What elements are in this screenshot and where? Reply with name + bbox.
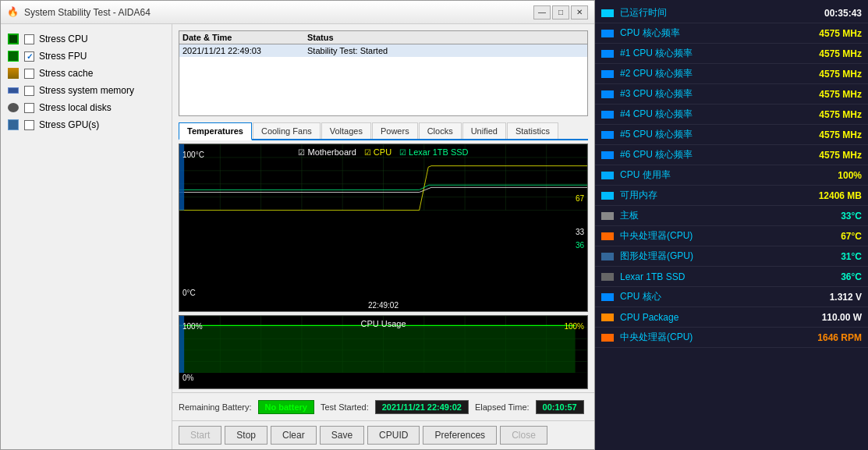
sidebar-name-1: CPU 核心频率 bbox=[620, 27, 792, 40]
sidebar-row-16: 中央处理器(CPU)1646 RPM bbox=[595, 328, 868, 348]
minimize-button[interactable]: — bbox=[533, 5, 551, 19]
sidebar-value-13: 36°C bbox=[792, 271, 862, 282]
sidebar-row-0: 已运行时间00:35:43 bbox=[595, 3, 868, 23]
tab-unified[interactable]: Unified bbox=[462, 122, 506, 139]
memory-icon bbox=[7, 84, 19, 97]
temp-val-67: 67 bbox=[576, 194, 584, 203]
sidebar-name-15: CPU Package bbox=[620, 312, 792, 323]
footer-buttons: Start Stop Clear Save CPUID Preferences … bbox=[172, 420, 594, 449]
close-window-button[interactable]: ✕ bbox=[571, 5, 588, 19]
sidebar-value-15: 110.00 W bbox=[792, 312, 862, 323]
chart-legend: ☑ Motherboard ☑ CPU ☑ Lexar 1TB SSD bbox=[298, 147, 468, 157]
start-button[interactable]: Start bbox=[179, 426, 221, 445]
sidebar-name-5: #4 CPU 核心频率 bbox=[620, 108, 792, 121]
sidebar-icon-14 bbox=[601, 292, 615, 302]
stress-cpu-label: Stress CPU bbox=[39, 34, 88, 44]
legend-ssd: ☑ Lexar 1TB SSD bbox=[399, 147, 468, 157]
sidebar-value-9: 12406 MB bbox=[792, 190, 862, 201]
log-row: 2021/11/21 22:49:03 Stability Test: Star… bbox=[179, 44, 587, 57]
tabs-bar: Temperatures Cooling Fans Voltages Power… bbox=[179, 122, 588, 140]
sidebar-row-11: 中央处理器(CPU)67°C bbox=[595, 226, 868, 246]
sidebar-row-8: CPU 使用率100% bbox=[595, 165, 868, 186]
maximize-button[interactable]: □ bbox=[552, 5, 569, 19]
sidebar-row-12: 图形处理器(GPU)31°C bbox=[595, 246, 868, 267]
temperature-chart: ☑ Motherboard ☑ CPU ☑ Lexar 1TB SSD 100°… bbox=[179, 144, 588, 312]
app-icon: 🔥 bbox=[7, 6, 19, 19]
sidebar-icon-9 bbox=[601, 191, 615, 200]
cpu-usage-chart: CPU Usage 100% 0% 100% bbox=[179, 315, 588, 389]
sidebar-value-2: 4575 MHz bbox=[792, 48, 862, 59]
sidebar-value-8: 100% bbox=[792, 170, 862, 181]
charts-area: ☑ Motherboard ☑ CPU ☑ Lexar 1TB SSD 100°… bbox=[179, 144, 588, 389]
sidebar-row-13: Lexar 1TB SSD36°C bbox=[595, 267, 868, 287]
close-button[interactable]: Close bbox=[500, 426, 547, 445]
temp-chart-y-min: 0°C bbox=[182, 289, 196, 297]
stress-cache-item[interactable]: Stress cache bbox=[7, 65, 165, 82]
stress-cpu-checkbox[interactable] bbox=[24, 34, 34, 44]
cpu-icon bbox=[7, 33, 19, 45]
sidebar-row-1: CPU 核心频率4575 MHz bbox=[595, 23, 868, 44]
left-panel: Stress CPU ✓ Stress FPU Stress cache Str… bbox=[1, 24, 172, 449]
sidebar-value-1: 4575 MHz bbox=[792, 28, 862, 39]
temp-val-33: 33 bbox=[576, 228, 584, 236]
stop-button[interactable]: Stop bbox=[225, 426, 267, 445]
stress-disks-checkbox[interactable] bbox=[24, 103, 34, 113]
sidebar-value-3: 4575 MHz bbox=[792, 69, 862, 80]
title-controls: — □ ✕ bbox=[533, 5, 588, 19]
sidebar-name-14: CPU 核心 bbox=[620, 290, 792, 303]
tab-clocks[interactable]: Clocks bbox=[419, 122, 462, 139]
stress-fpu-item[interactable]: ✓ Stress FPU bbox=[7, 48, 165, 65]
tab-statistics[interactable]: Statistics bbox=[507, 122, 558, 139]
log-header-datetime: Date & Time bbox=[182, 33, 307, 42]
stress-gpu-checkbox[interactable] bbox=[24, 120, 34, 130]
stress-gpu-item[interactable]: Stress GPU(s) bbox=[7, 116, 165, 133]
sidebar-name-0: 已运行时间 bbox=[620, 6, 792, 19]
sidebar-icon-11 bbox=[601, 232, 615, 241]
main-window: 🔥 System Stability Test - AIDA64 — □ ✕ S… bbox=[0, 0, 595, 450]
stress-memory-checkbox[interactable] bbox=[24, 86, 34, 96]
log-table: Date & Time Status 2021/11/21 22:49:03 S… bbox=[179, 30, 588, 116]
tab-powers[interactable]: Powers bbox=[372, 122, 418, 139]
cpuid-button[interactable]: CPUID bbox=[367, 426, 420, 445]
sidebar-value-14: 1.312 V bbox=[792, 292, 862, 303]
temp-chart-x-label: 22:49:02 bbox=[368, 301, 399, 310]
elapsed-time-value: 00:10:57 bbox=[536, 400, 584, 414]
tab-cooling-fans[interactable]: Cooling Fans bbox=[253, 122, 321, 139]
stress-cpu-item[interactable]: Stress CPU bbox=[7, 30, 165, 48]
sidebar-icon-0 bbox=[601, 9, 615, 18]
gpu-icon bbox=[7, 119, 19, 131]
test-started-value: 2021/11/21 22:49:02 bbox=[375, 400, 469, 414]
preferences-button[interactable]: Preferences bbox=[423, 426, 497, 445]
tab-voltages[interactable]: Voltages bbox=[321, 122, 371, 139]
elapsed-time-label: Elapsed Time: bbox=[475, 402, 530, 412]
stress-disks-label: Stress local disks bbox=[39, 102, 112, 113]
sidebar-name-4: #3 CPU 核心频率 bbox=[620, 87, 792, 101]
sidebar-row-14: CPU 核心1.312 V bbox=[595, 287, 868, 307]
tab-temperatures[interactable]: Temperatures bbox=[179, 122, 252, 140]
sidebar-value-4: 4575 MHz bbox=[792, 89, 862, 100]
sidebar-icon-7 bbox=[601, 151, 615, 160]
sidebar-name-3: #2 CPU 核心频率 bbox=[620, 67, 792, 80]
save-button[interactable]: Save bbox=[320, 426, 364, 445]
status-bar: Remaining Battery: No battery Test Start… bbox=[172, 392, 594, 420]
title-bar: 🔥 System Stability Test - AIDA64 — □ ✕ bbox=[1, 1, 594, 24]
sidebar-value-6: 4575 MHz bbox=[792, 129, 862, 140]
sidebar-name-16: 中央处理器(CPU) bbox=[620, 331, 792, 344]
sidebar-row-9: 可用内存12406 MB bbox=[595, 186, 868, 206]
sidebar-name-11: 中央处理器(CPU) bbox=[620, 229, 792, 243]
stress-memory-item[interactable]: Stress system memory bbox=[7, 82, 165, 99]
stress-fpu-checkbox[interactable]: ✓ bbox=[24, 51, 34, 62]
sidebar-name-13: Lexar 1TB SSD bbox=[620, 271, 792, 282]
sidebar-icon-10 bbox=[601, 211, 615, 221]
sidebar-name-8: CPU 使用率 bbox=[620, 168, 792, 182]
stress-cache-checkbox[interactable] bbox=[24, 69, 34, 79]
stress-disks-item[interactable]: Stress local disks bbox=[7, 99, 165, 116]
clear-button[interactable]: Clear bbox=[271, 426, 317, 445]
sidebar-name-9: 可用内存 bbox=[620, 189, 792, 202]
cpu-usage-val: 100% bbox=[564, 322, 584, 331]
sidebar-icon-15 bbox=[601, 313, 615, 322]
log-status: Stability Test: Started bbox=[307, 46, 584, 55]
sidebar-icon-2 bbox=[601, 49, 615, 58]
sidebar-icon-13 bbox=[601, 272, 615, 282]
cpu-usage-title: CPU Usage bbox=[360, 319, 406, 328]
